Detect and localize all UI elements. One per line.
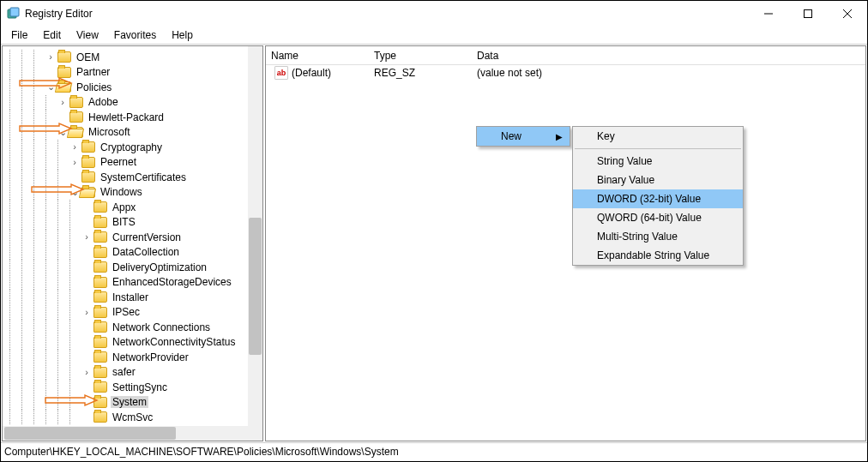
menu-help[interactable]: Help bbox=[165, 27, 200, 43]
folder-closed-icon bbox=[93, 261, 107, 273]
tree-item[interactable]: WcmSvc bbox=[3, 410, 262, 425]
scrollbar-thumb[interactable] bbox=[4, 427, 176, 440]
menu-item[interactable]: DWORD (32-bit) Value bbox=[573, 189, 743, 208]
tree-item-label: Adobe bbox=[87, 96, 120, 108]
menu-favorites[interactable]: Favorites bbox=[107, 27, 163, 43]
folder-closed-icon bbox=[93, 351, 107, 363]
tree-item-label: NetworkProvider bbox=[111, 351, 190, 363]
app-icon bbox=[6, 7, 20, 21]
context-submenu-new: KeyString ValueBinary ValueDWORD (32-bit… bbox=[572, 126, 744, 266]
tree-pane: ›OEMPartner⌄Policies›AdobeHewlett-Packar… bbox=[2, 45, 263, 441]
folder-closed-icon bbox=[93, 321, 107, 333]
tree-item[interactable]: ›IPSec bbox=[3, 305, 262, 321]
tree-item-label: Microsoft bbox=[87, 126, 132, 138]
menu-item[interactable]: Expandable String Value bbox=[573, 246, 743, 265]
folder-closed-icon bbox=[93, 217, 107, 228]
folder-open-icon bbox=[69, 127, 83, 138]
menu-item[interactable]: String Value bbox=[573, 152, 743, 171]
tree-item[interactable]: EnhancedStorageDevices bbox=[3, 275, 262, 291]
tree-item[interactable]: Appx bbox=[3, 200, 262, 215]
collapse-icon[interactable]: ⌄ bbox=[69, 188, 80, 197]
tree-item[interactable]: ›Peernet bbox=[3, 155, 262, 171]
expand-icon[interactable]: › bbox=[69, 142, 80, 152]
expand-icon[interactable]: › bbox=[81, 308, 92, 317]
folder-closed-icon bbox=[93, 231, 107, 243]
tree-item-label: Installer bbox=[111, 291, 150, 303]
tree-item-label: CurrentVersion bbox=[111, 231, 183, 243]
tree-item-label: System bbox=[111, 396, 148, 408]
expand-icon[interactable]: › bbox=[81, 232, 92, 242]
svg-rect-1 bbox=[10, 8, 19, 16]
folder-closed-icon bbox=[93, 201, 107, 213]
collapse-icon[interactable]: ⌄ bbox=[57, 128, 68, 137]
expand-icon[interactable]: › bbox=[45, 52, 56, 62]
tree-item[interactable]: ›Cryptography bbox=[3, 140, 262, 155]
expand-icon[interactable]: › bbox=[81, 368, 92, 377]
expand-icon[interactable]: › bbox=[69, 158, 80, 167]
tree-horizontal-scrollbar[interactable] bbox=[3, 426, 248, 441]
folder-closed-icon bbox=[81, 157, 95, 168]
menu-item[interactable]: Binary Value bbox=[573, 171, 743, 189]
menu-view[interactable]: View bbox=[69, 27, 105, 43]
tree-vertical-scrollbar[interactable] bbox=[248, 46, 262, 426]
column-name[interactable]: Name bbox=[266, 47, 369, 64]
column-type[interactable]: Type bbox=[369, 47, 472, 64]
tree-item[interactable]: SystemCertificates bbox=[3, 170, 262, 185]
folder-closed-icon bbox=[93, 337, 107, 348]
tree-item[interactable]: ›safer bbox=[3, 365, 262, 381]
tree-item[interactable]: ›Adobe bbox=[3, 95, 262, 111]
tree-item[interactable]: NetworkConnectivityStatus bbox=[3, 335, 262, 351]
tree-item-label: SystemCertificates bbox=[99, 171, 188, 183]
close-button[interactable] bbox=[828, 1, 867, 27]
tree-item-label: EnhancedStorageDevices bbox=[111, 276, 233, 288]
scrollbar-thumb[interactable] bbox=[249, 218, 262, 355]
list-row[interactable]: ab(Default)REG_SZ(value not set) bbox=[266, 65, 865, 81]
tree-item[interactable]: ⌄Microsoft bbox=[3, 125, 262, 141]
context-menu: New ▶ bbox=[476, 126, 570, 147]
value-name: (Default) bbox=[292, 67, 331, 79]
scroll-corner bbox=[248, 426, 262, 441]
folder-closed-icon bbox=[57, 51, 71, 63]
folder-closed-icon bbox=[93, 397, 107, 408]
folder-closed-icon bbox=[93, 411, 107, 423]
tree-item[interactable]: ›OEM bbox=[3, 50, 262, 65]
folder-open-icon bbox=[81, 187, 95, 198]
tree-item[interactable]: System bbox=[3, 395, 262, 411]
tree-item[interactable]: DeliveryOptimization bbox=[3, 260, 262, 275]
tree-item[interactable]: ⌄Policies bbox=[3, 80, 262, 95]
tree-item-label: Windows bbox=[99, 186, 144, 198]
tree-item-label: OEM bbox=[75, 51, 101, 63]
tree-item-label: BITS bbox=[111, 216, 137, 228]
folder-closed-icon bbox=[69, 97, 83, 108]
menu-edit[interactable]: Edit bbox=[36, 27, 68, 43]
tree-item[interactable]: ›CurrentVersion bbox=[3, 230, 262, 245]
tree-item[interactable]: NetworkProvider bbox=[3, 350, 262, 365]
list-pane: Name Type Data ab(Default)REG_SZ(value n… bbox=[265, 45, 866, 441]
menu-item[interactable]: Multi-String Value bbox=[573, 227, 743, 246]
tree-item[interactable]: Installer bbox=[3, 290, 262, 305]
tree-item[interactable]: BITS bbox=[3, 215, 262, 231]
tree-item[interactable]: DataCollection bbox=[3, 245, 262, 261]
column-data[interactable]: Data bbox=[472, 47, 643, 64]
tree-item-label: DataCollection bbox=[111, 246, 181, 258]
folder-closed-icon bbox=[93, 277, 107, 288]
menu-bar: File Edit View Favorites Help bbox=[1, 27, 867, 44]
tree-item-label: WcmSvc bbox=[111, 411, 154, 423]
maximize-button[interactable] bbox=[788, 1, 828, 27]
folder-closed-icon bbox=[93, 367, 107, 378]
tree-item[interactable]: Partner bbox=[3, 65, 262, 81]
tree-item[interactable]: Network Connections bbox=[3, 320, 262, 335]
expand-icon[interactable]: › bbox=[57, 98, 68, 107]
menu-item[interactable]: Key bbox=[573, 127, 743, 146]
menu-file[interactable]: File bbox=[4, 27, 34, 43]
minimize-button[interactable] bbox=[749, 1, 788, 27]
tree-item-label: Hewlett-Packard bbox=[87, 111, 166, 123]
tree-item-label: safer bbox=[111, 366, 137, 378]
tree-item[interactable]: ⌄Windows bbox=[3, 185, 262, 201]
context-menu-new[interactable]: New ▶ bbox=[477, 127, 570, 146]
menu-item[interactable]: QWORD (64-bit) Value bbox=[573, 208, 743, 227]
tree-item[interactable]: Hewlett-Packard bbox=[3, 110, 262, 125]
tree-item[interactable]: SettingSync bbox=[3, 380, 262, 395]
folder-closed-icon bbox=[93, 307, 107, 318]
menu-item-label: New bbox=[501, 130, 521, 142]
